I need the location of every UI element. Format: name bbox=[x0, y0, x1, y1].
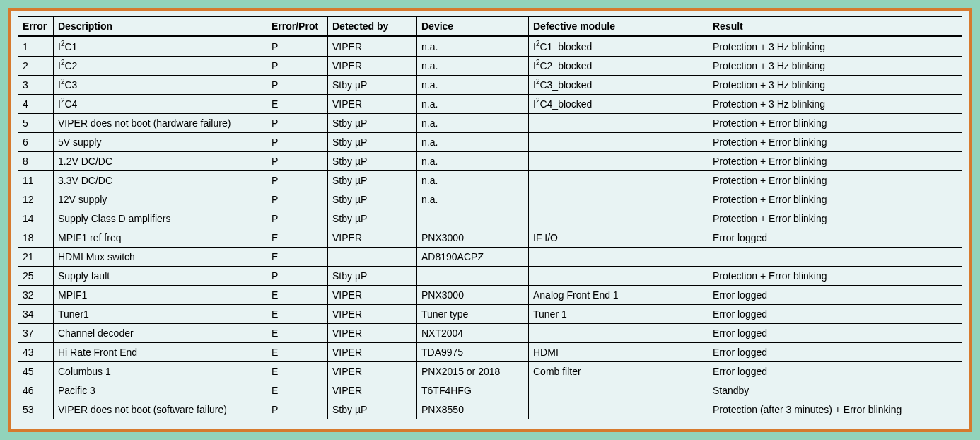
cell-module: Comb filter bbox=[529, 362, 708, 381]
cell-module bbox=[529, 209, 708, 228]
cell-module bbox=[529, 190, 708, 209]
cell-device: AD8190ACPZ bbox=[417, 248, 529, 267]
cell-device: Tuner type bbox=[417, 305, 529, 324]
cell-description: VIPER does not boot (hardware failure) bbox=[54, 114, 267, 133]
cell-error: 14 bbox=[18, 209, 54, 228]
cell-result: Protection + Error blinking bbox=[708, 152, 962, 171]
table-row: 43Hi Rate Front EndEVIPERTDA9975HDMIErro… bbox=[18, 343, 962, 362]
cell-detected: Stby µP bbox=[328, 209, 417, 228]
table-row: 18MPIF1 ref freqEVIPERPNX3000IF I/OError… bbox=[18, 228, 962, 248]
cell-error: 32 bbox=[18, 286, 54, 305]
cell-module: Tuner 1 bbox=[529, 305, 708, 324]
cell-detected: Stby µP bbox=[328, 76, 417, 95]
header-module: Defective module bbox=[529, 17, 708, 37]
cell-module: Analog Front End 1 bbox=[529, 286, 708, 305]
cell-description: VIPER does not boot (software failure) bbox=[54, 400, 267, 419]
cell-result: Protection + 3 Hz blinking bbox=[708, 57, 962, 76]
cell-errorprot: E bbox=[267, 286, 328, 305]
cell-errorprot: P bbox=[267, 76, 328, 95]
cell-device: PNX8550 bbox=[417, 400, 529, 419]
header-description: Description bbox=[54, 17, 267, 37]
header-row: Error Description Error/Prot Detected by… bbox=[18, 17, 962, 37]
table-row: 81.2V DC/DCPStby µPn.a.Protection + Erro… bbox=[18, 152, 962, 171]
cell-result bbox=[708, 248, 962, 267]
cell-errorprot: P bbox=[267, 267, 328, 286]
cell-error: 53 bbox=[18, 400, 54, 419]
cell-module bbox=[529, 267, 708, 286]
table-row: 53VIPER does not boot (software failure)… bbox=[18, 400, 962, 419]
cell-detected: Stby µP bbox=[328, 152, 417, 171]
cell-description: Supply Class D amplifiers bbox=[54, 209, 267, 228]
header-detected: Detected by bbox=[328, 17, 417, 37]
cell-result: Protection (after 3 minutes) + Error bli… bbox=[708, 400, 962, 419]
cell-detected: VIPER bbox=[328, 37, 417, 57]
cell-error: 21 bbox=[18, 248, 54, 267]
cell-result: Standby bbox=[708, 381, 962, 400]
cell-detected: VIPER bbox=[328, 381, 417, 400]
table-row: 25Supply faultPStby µPProtection + Error… bbox=[18, 267, 962, 286]
cell-device bbox=[417, 267, 529, 286]
cell-description: I2C2 bbox=[54, 57, 267, 76]
cell-detected: VIPER bbox=[328, 343, 417, 362]
cell-error: 43 bbox=[18, 343, 54, 362]
cell-device: n.a. bbox=[417, 152, 529, 171]
cell-result: Error logged bbox=[708, 305, 962, 324]
table-row: 1212V supplyPStby µPn.a.Protection + Err… bbox=[18, 190, 962, 209]
cell-error: 45 bbox=[18, 362, 54, 381]
cell-module: HDMI bbox=[529, 343, 708, 362]
cell-module bbox=[529, 114, 708, 133]
cell-device: PNX3000 bbox=[417, 228, 529, 248]
cell-detected: VIPER bbox=[328, 95, 417, 114]
cell-description: 3.3V DC/DC bbox=[54, 171, 267, 190]
cell-error: 2 bbox=[18, 57, 54, 76]
cell-description: HDMI Mux switch bbox=[54, 248, 267, 267]
cell-detected: VIPER bbox=[328, 362, 417, 381]
cell-errorprot: E bbox=[267, 228, 328, 248]
cell-module bbox=[529, 133, 708, 152]
cell-device: n.a. bbox=[417, 190, 529, 209]
cell-error: 8 bbox=[18, 152, 54, 171]
error-table: Error Description Error/Prot Detected by… bbox=[18, 16, 962, 419]
table-row: 46Pacific 3EVIPERT6TF4HFGStandby bbox=[18, 381, 962, 400]
cell-module bbox=[529, 324, 708, 343]
table-row: 1I2C1PVIPERn.a.I2C1_blockedProtection + … bbox=[18, 37, 962, 57]
cell-error: 4 bbox=[18, 95, 54, 114]
table-row: 113.3V DC/DCPStby µPn.a.Protection + Err… bbox=[18, 171, 962, 190]
cell-error: 11 bbox=[18, 171, 54, 190]
cell-errorprot: P bbox=[267, 133, 328, 152]
cell-errorprot: E bbox=[267, 362, 328, 381]
cell-error: 3 bbox=[18, 76, 54, 95]
cell-description: 1.2V DC/DC bbox=[54, 152, 267, 171]
cell-detected: Stby µP bbox=[328, 133, 417, 152]
cell-module bbox=[529, 248, 708, 267]
cell-errorprot: P bbox=[267, 114, 328, 133]
table-row: 32MPIF1EVIPERPNX3000Analog Front End 1Er… bbox=[18, 286, 962, 305]
cell-module: I2C3_blocked bbox=[529, 76, 708, 95]
cell-detected: Stby µP bbox=[328, 267, 417, 286]
cell-module: I2C2_blocked bbox=[529, 57, 708, 76]
cell-result: Error logged bbox=[708, 343, 962, 362]
cell-device bbox=[417, 209, 529, 228]
cell-result: Protection + Error blinking bbox=[708, 209, 962, 228]
cell-device: n.a. bbox=[417, 57, 529, 76]
cell-detected: VIPER bbox=[328, 324, 417, 343]
header-errorprot: Error/Prot bbox=[267, 17, 328, 37]
cell-description: Supply fault bbox=[54, 267, 267, 286]
cell-errorprot: P bbox=[267, 400, 328, 419]
table-row: 45Columbus 1EVIPERPNX2015 or 2018Comb fi… bbox=[18, 362, 962, 381]
cell-description: MPIF1 bbox=[54, 286, 267, 305]
cell-errorprot: P bbox=[267, 57, 328, 76]
cell-error: 37 bbox=[18, 324, 54, 343]
cell-error: 34 bbox=[18, 305, 54, 324]
table-row: 14Supply Class D amplifiersPStby µPProte… bbox=[18, 209, 962, 228]
cell-detected: VIPER bbox=[328, 286, 417, 305]
cell-device: n.a. bbox=[417, 114, 529, 133]
cell-device: TDA9975 bbox=[417, 343, 529, 362]
cell-device: PNX3000 bbox=[417, 286, 529, 305]
cell-result: Protection + Error blinking bbox=[708, 114, 962, 133]
cell-error: 5 bbox=[18, 114, 54, 133]
cell-module bbox=[529, 171, 708, 190]
cell-description: Columbus 1 bbox=[54, 362, 267, 381]
cell-module: IF I/O bbox=[529, 228, 708, 248]
header-result: Result bbox=[708, 17, 962, 37]
